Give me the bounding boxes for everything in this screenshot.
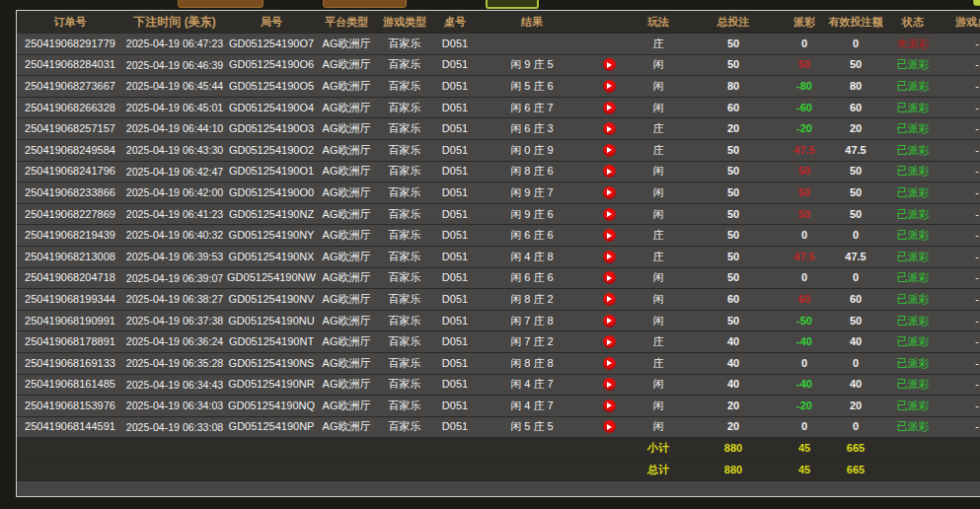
play-video-icon[interactable] bbox=[603, 58, 616, 71]
cell-game-extra: - bbox=[942, 166, 980, 177]
cell-valid-bet: 0 bbox=[828, 421, 883, 432]
cell-result: 闲 6 庄 6 bbox=[477, 230, 587, 241]
cell-round-number: GD051254190O2 bbox=[226, 145, 317, 156]
cell-total-bet: 50 bbox=[686, 38, 781, 49]
cell-platform: AG欧洲厅 bbox=[317, 38, 376, 49]
cell-order-number: 250419068219439 bbox=[17, 230, 123, 241]
cell-total-bet: 50 bbox=[686, 59, 781, 70]
cell-game-extra: - bbox=[942, 123, 980, 134]
cell-payout: 50 bbox=[781, 187, 828, 198]
cell-bet-time: 2025-04-19 06:43:30 bbox=[123, 145, 226, 156]
cell-total-bet: 20 bbox=[686, 421, 781, 432]
toolbar-button-active[interactable] bbox=[486, 0, 539, 9]
cell-bet-type: 闲 bbox=[631, 421, 686, 432]
cell-play bbox=[587, 122, 631, 135]
cell-total-bet: 50 bbox=[686, 209, 781, 220]
play-video-icon[interactable] bbox=[603, 400, 616, 412]
cell-payout: 47.5 bbox=[781, 252, 828, 262]
grandtotal-label: 总计 bbox=[631, 465, 686, 475]
play-video-icon[interactable] bbox=[603, 80, 616, 93]
cell-status: 已派彩 bbox=[883, 123, 942, 134]
cell-game-extra: - bbox=[942, 81, 980, 92]
play-video-icon[interactable] bbox=[603, 357, 616, 370]
cell-play bbox=[587, 315, 631, 327]
cell-total-bet: 60 bbox=[686, 103, 781, 113]
cell-result: 闲 7 庄 8 bbox=[477, 316, 587, 327]
cell-valid-bet: 40 bbox=[828, 336, 883, 347]
cell-total-bet: 40 bbox=[686, 336, 781, 347]
table-header-row: 订单号 下注时间 (美东) 局号 平台类型 游戏类型 桌号 结果 玩法 总投注 … bbox=[17, 11, 980, 34]
play-video-icon[interactable] bbox=[603, 208, 616, 221]
play-video-icon[interactable] bbox=[603, 186, 616, 199]
cell-status: 已派彩 bbox=[883, 209, 942, 220]
toolbar-button-1[interactable] bbox=[178, 0, 264, 8]
cell-valid-bet: 0 bbox=[828, 272, 883, 283]
top-toolbar bbox=[0, 0, 980, 10]
bet-records-screen: 订单号 下注时间 (美东) 局号 平台类型 游戏类型 桌号 结果 玩法 总投注 … bbox=[0, 0, 980, 509]
cell-valid-bet: 47.5 bbox=[828, 145, 883, 156]
play-video-icon[interactable] bbox=[603, 420, 616, 433]
cell-result: 闲 4 庄 7 bbox=[477, 379, 587, 390]
cell-game-type: 百家乐 bbox=[376, 336, 433, 347]
cell-platform: AG欧洲厅 bbox=[317, 145, 376, 156]
subtotal-payout: 45 bbox=[781, 443, 828, 454]
cell-play bbox=[587, 102, 631, 114]
cell-table-number: D051 bbox=[433, 400, 477, 411]
cell-bet-type: 庄 bbox=[631, 252, 686, 262]
cell-result: 闲 0 庄 9 bbox=[477, 145, 587, 156]
play-video-icon[interactable] bbox=[603, 144, 616, 157]
cell-platform: AG欧洲厅 bbox=[317, 400, 376, 411]
cell-total-bet: 50 bbox=[686, 145, 781, 156]
cell-bet-type: 闲 bbox=[631, 316, 686, 327]
play-video-icon[interactable] bbox=[603, 315, 616, 327]
cell-bet-type: 庄 bbox=[631, 336, 686, 347]
cell-result: 闲 8 庄 8 bbox=[477, 358, 587, 369]
cell-result: 闲 5 庄 5 bbox=[477, 421, 587, 432]
cell-platform: AG欧洲厅 bbox=[317, 272, 376, 283]
cell-payout: 0 bbox=[781, 358, 828, 369]
play-video-icon[interactable] bbox=[603, 122, 616, 135]
cell-result: 闲 6 庄 3 bbox=[477, 123, 587, 134]
cell-game-extra: - bbox=[942, 379, 980, 390]
toolbar-corner-button[interactable] bbox=[973, 0, 980, 6]
cell-bet-type: 闲 bbox=[631, 209, 686, 220]
cell-play bbox=[587, 208, 631, 221]
cell-order-number: 250419068161485 bbox=[17, 379, 123, 390]
cell-platform: AG欧洲厅 bbox=[317, 358, 376, 369]
cell-order-number: 250419068291779 bbox=[17, 38, 123, 49]
cell-order-number: 250419068213008 bbox=[17, 252, 123, 262]
cell-play bbox=[587, 58, 631, 71]
cell-bet-time: 2025-04-19 06:42:00 bbox=[123, 187, 226, 198]
table-row: 250419068227869 2025-04-19 06:41:23 GD05… bbox=[17, 204, 980, 226]
cell-game-extra: - bbox=[942, 230, 980, 241]
cell-order-number: 250419068169133 bbox=[17, 358, 123, 369]
cell-table-number: D051 bbox=[433, 230, 477, 241]
cell-game-extra: - bbox=[942, 38, 980, 49]
toolbar-button-2[interactable] bbox=[323, 0, 407, 8]
cell-round-number: GD051254190NQ bbox=[226, 400, 317, 411]
cell-bet-type: 闲 bbox=[631, 294, 686, 305]
cell-bet-type: 闲 bbox=[631, 103, 686, 113]
cell-status: 已派彩 bbox=[883, 400, 942, 411]
play-video-icon[interactable] bbox=[603, 293, 616, 306]
cell-game-type: 百家乐 bbox=[376, 187, 433, 198]
play-video-icon[interactable] bbox=[603, 335, 616, 348]
cell-game-type: 百家乐 bbox=[376, 358, 433, 369]
play-video-icon[interactable] bbox=[603, 378, 616, 391]
cell-result: 闲 7 庄 2 bbox=[477, 336, 587, 347]
play-video-icon[interactable] bbox=[603, 102, 616, 114]
table-row: 250419068199344 2025-04-19 06:38:27 GD05… bbox=[17, 289, 980, 311]
cell-result: 闲 4 庄 8 bbox=[477, 252, 587, 262]
play-video-icon[interactable] bbox=[603, 165, 616, 178]
play-video-icon[interactable] bbox=[603, 229, 616, 242]
cell-bet-type: 闲 bbox=[631, 400, 686, 411]
play-video-icon[interactable] bbox=[603, 251, 616, 263]
col-header-order: 订单号 bbox=[17, 17, 123, 28]
play-video-icon[interactable] bbox=[603, 271, 616, 284]
col-header-tableno: 桌号 bbox=[433, 17, 477, 28]
cell-table-number: D051 bbox=[433, 336, 477, 347]
cell-status: 已派彩 bbox=[883, 336, 942, 347]
cell-bet-type: 庄 bbox=[631, 230, 686, 241]
cell-play bbox=[587, 378, 631, 391]
cell-game-type: 百家乐 bbox=[376, 252, 433, 262]
